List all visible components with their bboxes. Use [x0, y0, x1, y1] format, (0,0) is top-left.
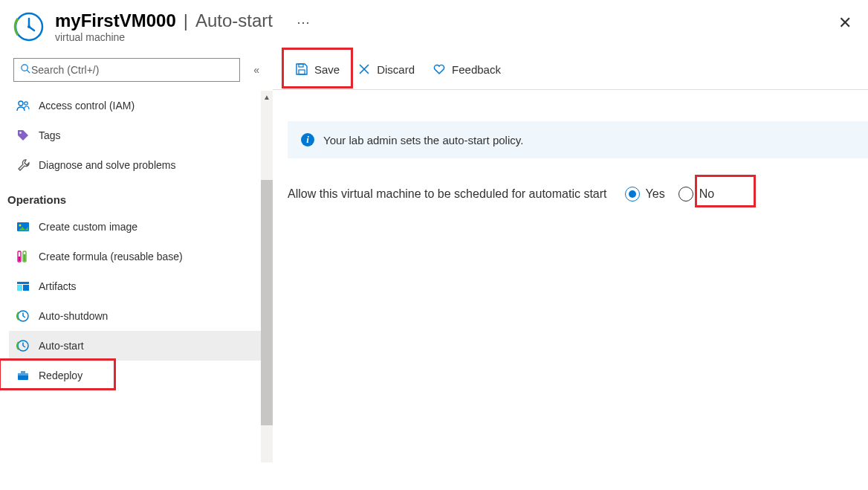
search-input[interactable] — [31, 64, 233, 76]
auto-start-radio-group: Yes No — [621, 182, 719, 206]
scrollbar-track[interactable]: ▲ — [261, 91, 273, 462]
svg-line-5 — [27, 70, 30, 73]
svg-point-8 — [19, 132, 22, 134]
nav-label: Artifacts — [39, 280, 77, 292]
nav-item-create-custom-image[interactable]: Create custom image — [9, 212, 273, 242]
nav-label: Auto-shutdown — [39, 310, 108, 322]
radio-label: No — [699, 187, 714, 201]
people-icon — [16, 99, 30, 112]
radio-option-no[interactable]: No — [674, 182, 719, 206]
info-icon: i — [301, 133, 314, 146]
formula-icon — [16, 250, 30, 263]
radio-icon — [678, 187, 693, 202]
nav-label: Create formula (reusable base) — [39, 251, 183, 262]
nav-label: Tags — [39, 129, 61, 141]
setting-label: Allow this virtual machine to be schedul… — [288, 187, 607, 201]
radio-option-yes[interactable]: Yes — [621, 182, 670, 206]
svg-point-10 — [19, 225, 22, 227]
button-label: Discard — [377, 63, 415, 76]
svg-rect-17 — [23, 285, 29, 291]
svg-rect-14 — [24, 254, 26, 261]
title-divider: | — [184, 10, 188, 31]
nav-item-artifacts[interactable]: Artifacts — [9, 271, 273, 301]
discard-icon — [357, 62, 371, 76]
heart-icon — [433, 62, 446, 76]
resource-type-label: virtual machine — [55, 31, 311, 43]
nav-label: Create custom image — [39, 221, 137, 233]
svg-rect-27 — [299, 64, 303, 67]
nav-label: Access control (IAM) — [39, 100, 135, 112]
wrench-icon — [16, 158, 30, 172]
sidebar: « Access control (IAM) Tags — [0, 49, 273, 480]
tag-icon — [16, 129, 30, 142]
nav-item-create-formula[interactable]: Create formula (reusable base) — [9, 242, 273, 271]
main-content: Save Discard Feedback i Your lab admin s… — [273, 49, 868, 480]
radio-icon — [625, 187, 640, 202]
feedback-button[interactable]: Feedback — [425, 56, 508, 83]
discard-button[interactable]: Discard — [350, 56, 422, 83]
nav-label: Auto-start — [39, 340, 84, 352]
collapse-sidebar-icon[interactable]: « — [253, 64, 259, 76]
svg-rect-15 — [17, 282, 29, 284]
nav-label: Diagnose and solve problems — [39, 159, 175, 171]
page-header: myFirstVM000 | Auto-start ⋯ virtual mach… — [0, 0, 868, 49]
image-icon — [16, 220, 30, 233]
button-label: Save — [314, 63, 340, 76]
clock-shutdown-icon — [16, 309, 30, 323]
save-button[interactable]: Save — [288, 56, 347, 83]
close-icon[interactable]: ✕ — [838, 13, 852, 33]
svg-rect-28 — [299, 70, 305, 74]
save-icon — [295, 62, 308, 76]
nav-item-redeploy[interactable]: Redeploy — [9, 361, 273, 390]
radio-label: Yes — [646, 187, 665, 201]
svg-point-7 — [25, 102, 27, 105]
button-label: Feedback — [452, 63, 501, 76]
blade-title: Auto-start — [195, 10, 273, 31]
svg-point-3 — [27, 25, 30, 28]
resource-name: myFirstVM000 — [55, 10, 176, 31]
redeploy-icon — [16, 369, 30, 382]
svg-rect-25 — [18, 373, 28, 375]
svg-line-20 — [23, 316, 25, 317]
svg-rect-12 — [19, 257, 21, 261]
nav-item-auto-start[interactable]: Auto-start — [9, 331, 273, 361]
nav-item-access-control[interactable]: Access control (IAM) — [9, 91, 273, 120]
clock-start-icon — [16, 339, 30, 352]
clock-icon — [13, 11, 45, 42]
scroll-up-icon[interactable]: ▲ — [261, 91, 273, 103]
nav-item-tags[interactable]: Tags — [9, 120, 273, 150]
command-bar: Save Discard Feedback — [273, 49, 868, 90]
info-text: Your lab admin sets the auto-start polic… — [323, 134, 523, 146]
svg-point-6 — [19, 101, 23, 106]
artifacts-icon — [16, 280, 30, 293]
more-ellipsis-icon[interactable]: ⋯ — [297, 14, 311, 30]
nav-item-diagnose[interactable]: Diagnose and solve problems — [9, 150, 273, 180]
auto-start-setting-row: Allow this virtual machine to be schedul… — [288, 182, 868, 206]
info-banner: i Your lab admin sets the auto-start pol… — [288, 121, 868, 158]
svg-line-23 — [23, 346, 25, 347]
search-box[interactable] — [13, 58, 240, 82]
nav-label: Redeploy — [39, 370, 82, 381]
scrollbar-thumb[interactable] — [261, 180, 273, 425]
search-icon — [20, 63, 31, 77]
nav-list-operations: Create custom image Create formula (reus… — [0, 212, 273, 390]
nav-list-top: Access control (IAM) Tags Diagnose and s… — [0, 91, 273, 180]
nav-item-auto-shutdown[interactable]: Auto-shutdown — [9, 301, 273, 331]
header-title-block: myFirstVM000 | Auto-start ⋯ virtual mach… — [55, 10, 311, 43]
svg-rect-16 — [17, 285, 22, 291]
svg-rect-26 — [21, 371, 25, 373]
nav-group-heading: Operations — [0, 180, 273, 212]
svg-point-4 — [22, 65, 27, 71]
